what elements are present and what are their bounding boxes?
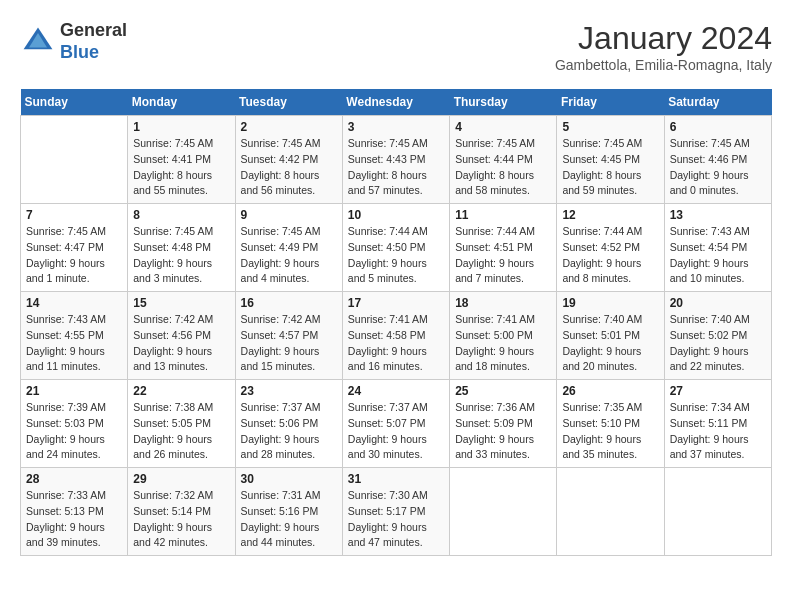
- day-info: Sunrise: 7:33 AMSunset: 5:13 PMDaylight:…: [26, 488, 122, 551]
- calendar-cell: 5Sunrise: 7:45 AMSunset: 4:45 PMDaylight…: [557, 116, 664, 204]
- calendar-cell: 15Sunrise: 7:42 AMSunset: 4:56 PMDayligh…: [128, 292, 235, 380]
- calendar-cell: 8Sunrise: 7:45 AMSunset: 4:48 PMDaylight…: [128, 204, 235, 292]
- day-info: Sunrise: 7:45 AMSunset: 4:47 PMDaylight:…: [26, 224, 122, 287]
- calendar-title: January 2024: [555, 20, 772, 57]
- day-info: Sunrise: 7:45 AMSunset: 4:43 PMDaylight:…: [348, 136, 444, 199]
- day-info: Sunrise: 7:42 AMSunset: 4:56 PMDaylight:…: [133, 312, 229, 375]
- calendar-cell: 12Sunrise: 7:44 AMSunset: 4:52 PMDayligh…: [557, 204, 664, 292]
- day-info: Sunrise: 7:38 AMSunset: 5:05 PMDaylight:…: [133, 400, 229, 463]
- calendar-cell: 11Sunrise: 7:44 AMSunset: 4:51 PMDayligh…: [450, 204, 557, 292]
- day-number: 26: [562, 384, 658, 398]
- day-number: 10: [348, 208, 444, 222]
- day-number: 27: [670, 384, 766, 398]
- calendar-cell: 2Sunrise: 7:45 AMSunset: 4:42 PMDaylight…: [235, 116, 342, 204]
- day-info: Sunrise: 7:31 AMSunset: 5:16 PMDaylight:…: [241, 488, 337, 551]
- day-info: Sunrise: 7:41 AMSunset: 4:58 PMDaylight:…: [348, 312, 444, 375]
- calendar-cell: 29Sunrise: 7:32 AMSunset: 5:14 PMDayligh…: [128, 468, 235, 556]
- calendar-cell: 3Sunrise: 7:45 AMSunset: 4:43 PMDaylight…: [342, 116, 449, 204]
- day-info: Sunrise: 7:39 AMSunset: 5:03 PMDaylight:…: [26, 400, 122, 463]
- calendar-cell: 10Sunrise: 7:44 AMSunset: 4:50 PMDayligh…: [342, 204, 449, 292]
- day-info: Sunrise: 7:40 AMSunset: 5:01 PMDaylight:…: [562, 312, 658, 375]
- weekday-header-wednesday: Wednesday: [342, 89, 449, 116]
- logo-text: General Blue: [60, 20, 127, 63]
- calendar-cell: 1Sunrise: 7:45 AMSunset: 4:41 PMDaylight…: [128, 116, 235, 204]
- day-number: 11: [455, 208, 551, 222]
- weekday-header-sunday: Sunday: [21, 89, 128, 116]
- day-number: 7: [26, 208, 122, 222]
- day-number: 17: [348, 296, 444, 310]
- weekday-header-saturday: Saturday: [664, 89, 771, 116]
- week-row-5: 28Sunrise: 7:33 AMSunset: 5:13 PMDayligh…: [21, 468, 772, 556]
- calendar-table: SundayMondayTuesdayWednesdayThursdayFrid…: [20, 89, 772, 556]
- day-info: Sunrise: 7:44 AMSunset: 4:52 PMDaylight:…: [562, 224, 658, 287]
- day-info: Sunrise: 7:42 AMSunset: 4:57 PMDaylight:…: [241, 312, 337, 375]
- day-info: Sunrise: 7:45 AMSunset: 4:41 PMDaylight:…: [133, 136, 229, 199]
- title-block: January 2024 Gambettola, Emilia-Romagna,…: [555, 20, 772, 73]
- calendar-cell: 22Sunrise: 7:38 AMSunset: 5:05 PMDayligh…: [128, 380, 235, 468]
- day-number: 23: [241, 384, 337, 398]
- day-number: 29: [133, 472, 229, 486]
- day-number: 5: [562, 120, 658, 134]
- calendar-cell: [450, 468, 557, 556]
- week-row-2: 7Sunrise: 7:45 AMSunset: 4:47 PMDaylight…: [21, 204, 772, 292]
- day-number: 31: [348, 472, 444, 486]
- calendar-cell: 30Sunrise: 7:31 AMSunset: 5:16 PMDayligh…: [235, 468, 342, 556]
- calendar-cell: 7Sunrise: 7:45 AMSunset: 4:47 PMDaylight…: [21, 204, 128, 292]
- weekday-header-thursday: Thursday: [450, 89, 557, 116]
- weekday-header-row: SundayMondayTuesdayWednesdayThursdayFrid…: [21, 89, 772, 116]
- calendar-cell: 23Sunrise: 7:37 AMSunset: 5:06 PMDayligh…: [235, 380, 342, 468]
- day-number: 25: [455, 384, 551, 398]
- day-number: 21: [26, 384, 122, 398]
- weekday-header-monday: Monday: [128, 89, 235, 116]
- day-number: 15: [133, 296, 229, 310]
- calendar-cell: [664, 468, 771, 556]
- day-number: 12: [562, 208, 658, 222]
- calendar-cell: 27Sunrise: 7:34 AMSunset: 5:11 PMDayligh…: [664, 380, 771, 468]
- day-info: Sunrise: 7:36 AMSunset: 5:09 PMDaylight:…: [455, 400, 551, 463]
- day-number: 6: [670, 120, 766, 134]
- week-row-3: 14Sunrise: 7:43 AMSunset: 4:55 PMDayligh…: [21, 292, 772, 380]
- calendar-subtitle: Gambettola, Emilia-Romagna, Italy: [555, 57, 772, 73]
- day-info: Sunrise: 7:45 AMSunset: 4:42 PMDaylight:…: [241, 136, 337, 199]
- calendar-cell: 18Sunrise: 7:41 AMSunset: 5:00 PMDayligh…: [450, 292, 557, 380]
- day-number: 4: [455, 120, 551, 134]
- day-info: Sunrise: 7:40 AMSunset: 5:02 PMDaylight:…: [670, 312, 766, 375]
- day-info: Sunrise: 7:45 AMSunset: 4:48 PMDaylight:…: [133, 224, 229, 287]
- day-info: Sunrise: 7:45 AMSunset: 4:44 PMDaylight:…: [455, 136, 551, 199]
- calendar-cell: 25Sunrise: 7:36 AMSunset: 5:09 PMDayligh…: [450, 380, 557, 468]
- day-info: Sunrise: 7:32 AMSunset: 5:14 PMDaylight:…: [133, 488, 229, 551]
- day-info: Sunrise: 7:45 AMSunset: 4:46 PMDaylight:…: [670, 136, 766, 199]
- day-number: 16: [241, 296, 337, 310]
- day-number: 14: [26, 296, 122, 310]
- day-number: 2: [241, 120, 337, 134]
- calendar-cell: 4Sunrise: 7:45 AMSunset: 4:44 PMDaylight…: [450, 116, 557, 204]
- calendar-cell: 24Sunrise: 7:37 AMSunset: 5:07 PMDayligh…: [342, 380, 449, 468]
- day-number: 18: [455, 296, 551, 310]
- calendar-cell: 6Sunrise: 7:45 AMSunset: 4:46 PMDaylight…: [664, 116, 771, 204]
- day-number: 28: [26, 472, 122, 486]
- day-info: Sunrise: 7:34 AMSunset: 5:11 PMDaylight:…: [670, 400, 766, 463]
- day-info: Sunrise: 7:43 AMSunset: 4:55 PMDaylight:…: [26, 312, 122, 375]
- calendar-cell: 9Sunrise: 7:45 AMSunset: 4:49 PMDaylight…: [235, 204, 342, 292]
- day-info: Sunrise: 7:43 AMSunset: 4:54 PMDaylight:…: [670, 224, 766, 287]
- calendar-cell: [557, 468, 664, 556]
- calendar-cell: 21Sunrise: 7:39 AMSunset: 5:03 PMDayligh…: [21, 380, 128, 468]
- day-number: 1: [133, 120, 229, 134]
- logo-icon: [20, 24, 56, 60]
- calendar-cell: 19Sunrise: 7:40 AMSunset: 5:01 PMDayligh…: [557, 292, 664, 380]
- day-info: Sunrise: 7:37 AMSunset: 5:06 PMDaylight:…: [241, 400, 337, 463]
- day-info: Sunrise: 7:44 AMSunset: 4:51 PMDaylight:…: [455, 224, 551, 287]
- day-info: Sunrise: 7:45 AMSunset: 4:49 PMDaylight:…: [241, 224, 337, 287]
- day-number: 3: [348, 120, 444, 134]
- day-number: 13: [670, 208, 766, 222]
- day-number: 8: [133, 208, 229, 222]
- day-info: Sunrise: 7:37 AMSunset: 5:07 PMDaylight:…: [348, 400, 444, 463]
- logo: General Blue: [20, 20, 127, 63]
- day-info: Sunrise: 7:41 AMSunset: 5:00 PMDaylight:…: [455, 312, 551, 375]
- calendar-cell: 16Sunrise: 7:42 AMSunset: 4:57 PMDayligh…: [235, 292, 342, 380]
- day-number: 19: [562, 296, 658, 310]
- calendar-cell: 26Sunrise: 7:35 AMSunset: 5:10 PMDayligh…: [557, 380, 664, 468]
- day-info: Sunrise: 7:44 AMSunset: 4:50 PMDaylight:…: [348, 224, 444, 287]
- day-number: 9: [241, 208, 337, 222]
- calendar-cell: 31Sunrise: 7:30 AMSunset: 5:17 PMDayligh…: [342, 468, 449, 556]
